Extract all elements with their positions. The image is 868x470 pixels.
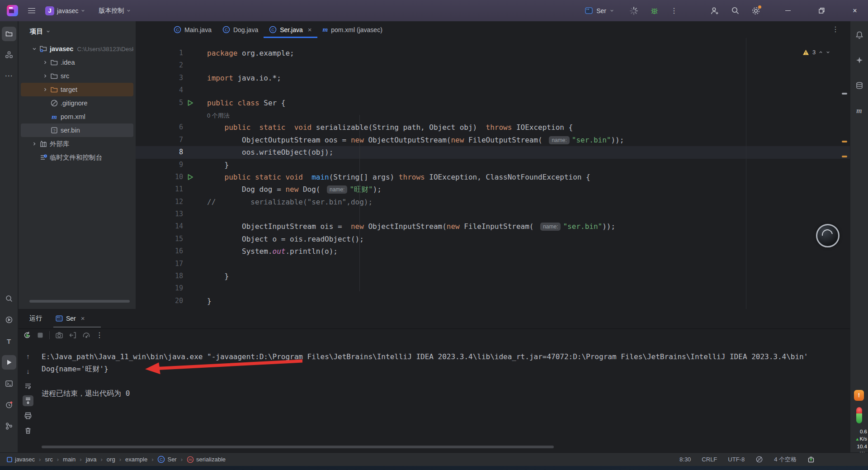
run-gutter-icon[interactable] bbox=[183, 171, 207, 183]
exit-icon[interactable] bbox=[69, 331, 77, 339]
project-panel-header[interactable]: 项目 bbox=[19, 21, 136, 41]
tool-stripe-button-more-icon[interactable]: ⋯ bbox=[2, 68, 16, 83]
arrow-down-icon[interactable]: ↓ bbox=[23, 366, 33, 376]
tree-item-外部库[interactable]: 外部库 bbox=[21, 137, 133, 151]
search-everywhere-icon[interactable] bbox=[731, 6, 740, 15]
console-output[interactable]: E:\Java_path\Java_11_win\bin\java.exe "-… bbox=[42, 351, 850, 399]
stop-icon[interactable] bbox=[37, 332, 44, 339]
chevron-right-icon[interactable] bbox=[41, 60, 50, 65]
breadcrumb-item-src[interactable]: src bbox=[45, 456, 52, 463]
run-tab[interactable]: Ser × bbox=[56, 314, 85, 322]
tab-pom.xml (javasec)[interactable]: mpom.xml (javasec) bbox=[317, 21, 388, 38]
warning-icon bbox=[802, 49, 809, 56]
kebab-menu-icon[interactable]: ⋮ bbox=[670, 6, 678, 15]
tree-item-pom.xml[interactable]: mpom.xml bbox=[21, 110, 133, 123]
gutter-marker bbox=[183, 270, 207, 282]
close-window-button[interactable]: × bbox=[848, 7, 862, 15]
minimize-button[interactable] bbox=[781, 10, 795, 11]
close-icon[interactable]: × bbox=[308, 26, 312, 33]
tool-stripe-button-structure-icon[interactable] bbox=[2, 47, 16, 62]
tree-item-label: .gitignore bbox=[61, 100, 88, 107]
status-item[interactable]: UTF-8 bbox=[728, 456, 745, 463]
run-gutter-icon[interactable] bbox=[183, 97, 207, 109]
console-line: Dog{name='旺财'} bbox=[42, 363, 850, 375]
camera-icon[interactable] bbox=[55, 331, 63, 339]
gutter-marker bbox=[183, 233, 207, 245]
usages-hint[interactable]: 0 个用法 bbox=[207, 112, 230, 119]
tool-stripe-button-maven-icon[interactable]: m bbox=[852, 104, 867, 118]
tool-stripe-button-bell-icon[interactable] bbox=[852, 28, 867, 42]
console-horizontal-scrollbar[interactable] bbox=[42, 446, 554, 448]
chevron-right-icon[interactable] bbox=[41, 87, 50, 92]
tray-status-indicator[interactable] bbox=[856, 407, 862, 423]
tab-Dog.java[interactable]: CDog.java bbox=[217, 21, 264, 38]
arrow-up-icon[interactable]: ↑ bbox=[23, 351, 33, 361]
printer-icon[interactable] bbox=[23, 410, 33, 421]
breadcrumb-item-org[interactable]: org bbox=[107, 456, 115, 463]
tab-Ser.java[interactable]: CSer.java× bbox=[264, 21, 317, 38]
tool-stripe-button-terminal-icon[interactable] bbox=[2, 376, 16, 391]
settings-gear-icon[interactable] bbox=[751, 6, 760, 15]
project-horizontal-scrollbar[interactable] bbox=[29, 300, 130, 303]
tool-stripe-button-ai-icon[interactable] bbox=[852, 53, 867, 67]
breadcrumb-item-example[interactable]: example bbox=[125, 456, 147, 463]
rerun-icon[interactable] bbox=[23, 331, 31, 339]
unknown-icon: ? bbox=[50, 126, 59, 134]
breadcrumb-item-java[interactable]: java bbox=[86, 456, 97, 463]
code-line: 12// serializable("ser.bin",dog); bbox=[136, 196, 850, 208]
status-item[interactable]: 8:30 bbox=[679, 456, 691, 463]
chevron-down-icon[interactable] bbox=[826, 50, 830, 54]
kebab-icon[interactable]: ⋮ bbox=[96, 331, 103, 339]
tool-stripe-button-run-icon[interactable] bbox=[2, 355, 16, 370]
inspections-widget[interactable]: 3 bbox=[802, 49, 830, 56]
tree-item-javasec[interactable]: javasecC:\Users\38123\Deskto bbox=[21, 42, 133, 56]
tree-item-target[interactable]: target bbox=[21, 83, 133, 96]
status-widgets: 8:30CRLFUTF-84 个空格 bbox=[679, 456, 815, 464]
run-config-widget[interactable]: Ser bbox=[581, 4, 618, 18]
softwrap-icon[interactable] bbox=[23, 380, 33, 391]
tab-Main.java[interactable]: CMain.java bbox=[168, 21, 217, 38]
floating-assistant-widget[interactable] bbox=[816, 224, 840, 247]
scroll-end-icon[interactable] bbox=[23, 395, 33, 406]
breadcrumb-item-Ser[interactable]: CSer bbox=[157, 456, 176, 463]
code-line: 11 Dog dog = new Dog( name:"旺财"); bbox=[136, 183, 850, 195]
tab-options-kebab-icon[interactable]: ⋮ bbox=[832, 25, 839, 33]
tool-stripe-button-profiler-icon[interactable] bbox=[2, 398, 16, 412]
status-item[interactable]: CRLF bbox=[702, 456, 717, 463]
tree-item-ser.bin[interactable]: ?ser.bin bbox=[21, 123, 133, 137]
close-icon[interactable]: × bbox=[81, 314, 85, 322]
tree-item-临时文件和控制台[interactable]: 临时文件和控制台 bbox=[21, 151, 133, 164]
breadcrumb-item-javasec[interactable]: javasec bbox=[6, 456, 35, 463]
tree-item-.idea[interactable]: .idea bbox=[21, 56, 133, 69]
tray-plugin-icon[interactable]: ! bbox=[854, 390, 864, 401]
box-check-icon[interactable] bbox=[807, 456, 815, 463]
status-item[interactable]: 4 个空格 bbox=[774, 456, 797, 464]
run-toolbar: ⋮ bbox=[23, 331, 103, 339]
tool-stripe-button-services-icon[interactable] bbox=[2, 313, 16, 327]
code-editor[interactable]: 1package org.example;23import java.io.*;… bbox=[136, 38, 850, 309]
tool-stripe-button-database-icon[interactable] bbox=[852, 78, 867, 93]
breadcrumb-item-serializable[interactable]: mserializable bbox=[187, 456, 226, 463]
run-panel-title[interactable]: 运行 bbox=[19, 314, 56, 323]
tool-stripe-button-git-icon[interactable] bbox=[2, 419, 16, 433]
trash-icon[interactable] bbox=[23, 425, 33, 436]
chevron-right-icon[interactable] bbox=[41, 74, 50, 78]
breadcrumb-item-main[interactable]: main bbox=[63, 456, 75, 463]
gauge-icon[interactable] bbox=[82, 331, 90, 339]
project-widget[interactable]: J javasec bbox=[42, 4, 89, 18]
tree-item-src[interactable]: src bbox=[21, 69, 133, 83]
tool-stripe-button-project-folder-icon[interactable] bbox=[2, 27, 16, 41]
tree-item-.gitignore[interactable]: .gitignore bbox=[21, 96, 133, 110]
chevron-up-icon[interactable] bbox=[819, 50, 823, 54]
vcs-widget[interactable]: 版本控制 bbox=[95, 4, 134, 18]
add-user-icon[interactable] bbox=[710, 6, 719, 15]
debug-bug-icon[interactable] bbox=[650, 6, 659, 15]
breadcrumb-label: Ser bbox=[167, 456, 176, 463]
restore-button[interactable] bbox=[815, 8, 828, 14]
highlight-off-icon[interactable] bbox=[755, 456, 763, 463]
chevron-down-icon[interactable] bbox=[30, 47, 39, 51]
main-menu-icon[interactable] bbox=[28, 8, 35, 14]
tool-stripe-button-text-tool-icon[interactable]: T bbox=[2, 334, 16, 348]
chevron-right-icon[interactable] bbox=[30, 142, 39, 146]
tool-stripe-button-search-icon[interactable] bbox=[2, 291, 16, 306]
